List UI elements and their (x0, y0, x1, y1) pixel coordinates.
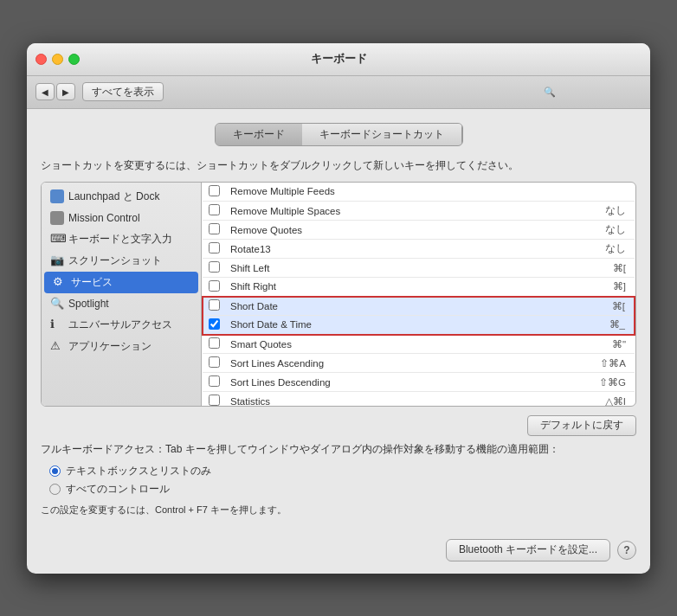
shortcut-checkbox[interactable] (209, 223, 220, 234)
checkbox-cell[interactable] (203, 297, 225, 316)
radio-dot-text-list (52, 468, 58, 474)
sidebar-item-launchpad[interactable]: Launchpad と Dock (42, 186, 201, 208)
shortcut-key: ⌘" (532, 335, 635, 354)
grid-icon (50, 189, 64, 203)
radio-label-all: すべてのコントロール (66, 482, 170, 497)
shortcut-key: ⌘[ (532, 297, 635, 316)
shortcut-key: なし (532, 221, 635, 240)
display-icon (50, 211, 64, 225)
show-all-button[interactable]: すべてを表示 (82, 82, 164, 101)
sidebar-item-label: アプリケーション (68, 339, 152, 354)
sidebar-item-label: スクリーンショット (68, 253, 162, 268)
shortcut-checkbox[interactable] (209, 337, 220, 349)
shortcut-key: なし (532, 240, 635, 259)
table-row: Short Date⌘[ (203, 297, 635, 316)
titlebar: キーボード (27, 43, 650, 76)
sidebar-item-services[interactable]: ⚙ サービス (44, 272, 198, 293)
full-keyboard-desc: フルキーボードアクセス：Tab キーを押してウインドウやダイアログ内の操作対象を… (41, 441, 636, 457)
table-row: Sort Lines Ascending⇧⌘A (203, 354, 635, 373)
sidebar-item-mission[interactable]: Mission Control (42, 208, 201, 228)
shortcut-checkbox[interactable] (209, 261, 220, 273)
checkbox-cell[interactable] (203, 335, 225, 354)
sidebar-item-label: ユニバーサルアクセス (68, 318, 172, 332)
search-wrap: 🔍 (538, 82, 642, 101)
shortcut-name: Remove Multiple Spaces (225, 202, 532, 221)
note-text: この設定を変更するには、Control + F7 キーを押します。 (41, 504, 636, 517)
sidebar-item-screenshot[interactable]: 📷 スクリーンショット (42, 250, 201, 272)
minimize-button[interactable] (52, 54, 63, 65)
shortcut-key: △⌘I (532, 392, 635, 406)
sidebar-item-label: Mission Control (68, 212, 140, 224)
shortcut-name: Sort Lines Ascending (225, 354, 532, 373)
shortcut-name: Sort Lines Descending (225, 373, 532, 392)
checkbox-cell[interactable] (203, 221, 225, 240)
checkbox-cell[interactable] (203, 259, 225, 278)
radio-circle-all (49, 484, 61, 495)
sidebar-item-label: Launchpad と Dock (68, 189, 159, 204)
maximize-button[interactable] (68, 54, 80, 65)
sidebar-item-keyboard-input[interactable]: ⌨ キーボードと文字入力 (42, 228, 201, 250)
tab-keyboard[interactable]: キーボード (216, 124, 302, 145)
shortcut-checkbox[interactable] (209, 185, 220, 196)
shortcut-checkbox[interactable] (209, 356, 220, 368)
table-row: Remove Quotesなし (203, 221, 635, 240)
shortcut-checkbox[interactable] (209, 242, 220, 253)
shortcut-key (532, 183, 635, 202)
shortcuts-panel: Remove Multiple FeedsRemove Multiple Spa… (202, 183, 635, 406)
table-row: Sort Lines Descending⇧⌘G (203, 373, 635, 392)
camera-icon: 📷 (50, 253, 64, 267)
warning-icon: ⚠ (50, 339, 64, 353)
shortcut-checkbox[interactable] (209, 318, 220, 330)
default-button[interactable]: デフォルトに戻す (527, 415, 636, 436)
checkbox-cell[interactable] (203, 392, 225, 406)
sidebar-item-spotlight[interactable]: 🔍 Spotlight (42, 293, 201, 314)
shortcut-key: ⌘[ (532, 259, 635, 278)
shortcut-name: Smart Quotes (225, 335, 532, 354)
toolbar: ◀ ▶ すべてを表示 🔍 (27, 76, 650, 109)
sidebar-item-label: Spotlight (68, 298, 109, 310)
table-row: Rotate13なし (203, 240, 635, 259)
tab-shortcuts[interactable]: キーボードショートカット (302, 124, 462, 145)
close-button[interactable] (35, 54, 47, 65)
footer: Bluetooth キーボードを設定... ? (27, 530, 650, 574)
forward-button[interactable]: ▶ (56, 83, 75, 100)
checkbox-cell[interactable] (203, 240, 225, 259)
shortcut-key: ⇧⌘G (532, 373, 635, 392)
traffic-lights (35, 54, 80, 65)
checkbox-cell[interactable] (203, 316, 225, 335)
shortcut-description: ショートカットを変更するには、ショートカットをダブルクリックして新しいキーを押し… (41, 158, 636, 173)
shortcut-name: Rotate13 (225, 240, 532, 259)
shortcut-checkbox[interactable] (209, 299, 220, 311)
shortcuts-table: Remove Multiple FeedsRemove Multiple Spa… (202, 183, 635, 406)
shortcut-checkbox[interactable] (209, 395, 220, 406)
checkbox-cell[interactable] (203, 278, 225, 297)
search-input[interactable] (538, 82, 642, 101)
info-icon: ℹ (50, 318, 64, 331)
checkbox-cell[interactable] (203, 183, 225, 202)
back-button[interactable]: ◀ (35, 83, 55, 100)
bluetooth-button[interactable]: Bluetooth キーボードを設定... (446, 539, 610, 561)
gear-icon: ⚙ (53, 275, 67, 289)
radio-label-text-list: テキストボックスとリストのみ (66, 464, 211, 478)
shortcut-key: ⇧⌘A (532, 354, 635, 373)
sidebar-item-apps[interactable]: ⚠ アプリケーション (42, 336, 201, 357)
shortcut-checkbox[interactable] (209, 280, 220, 292)
help-button[interactable]: ? (617, 541, 636, 560)
shortcut-checkbox[interactable] (209, 204, 220, 215)
checkbox-cell[interactable] (203, 373, 225, 392)
radio-text-list[interactable]: テキストボックスとリストのみ (49, 464, 636, 478)
table-row: Remove Multiple Spacesなし (203, 202, 635, 221)
radio-all[interactable]: すべてのコントロール (49, 482, 636, 497)
sidebar-item-universal[interactable]: ℹ ユニバーサルアクセス (42, 314, 201, 336)
content-area: キーボード キーボードショートカット ショートカットを変更するには、ショートカッ… (27, 109, 650, 530)
checkbox-cell[interactable] (203, 202, 225, 221)
sidebar-item-label: サービス (71, 275, 113, 290)
shortcut-name: Shift Left (225, 259, 532, 278)
main-window: キーボード ◀ ▶ すべてを表示 🔍 キーボード キーボードショートカット ショ… (27, 43, 650, 574)
shortcut-checkbox[interactable] (209, 375, 220, 387)
checkbox-cell[interactable] (203, 354, 225, 373)
shortcut-key: ⌘] (532, 278, 635, 297)
shortcut-name: Short Date (225, 297, 532, 316)
table-row: Remove Multiple Feeds (203, 183, 635, 202)
main-panel: Launchpad と Dock Mission Control ⌨ キーボード… (41, 182, 636, 407)
